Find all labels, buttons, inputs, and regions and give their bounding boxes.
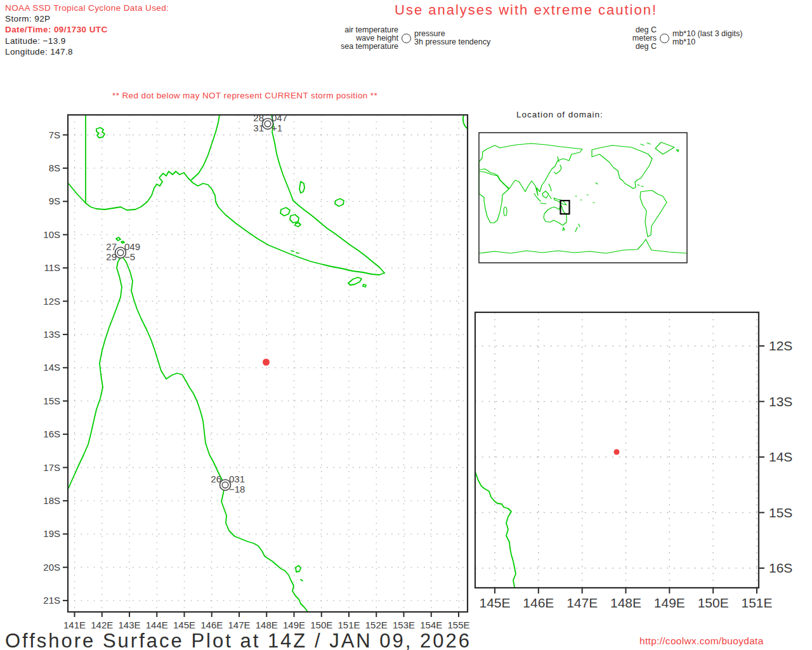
queensland-east-coast bbox=[122, 256, 308, 612]
x-axis-tick-label: 143E bbox=[118, 620, 140, 630]
y-axis-tick-label: 21S bbox=[43, 595, 60, 606]
main-map-axes: 141E142E143E144E145E146E147E148E149E150E… bbox=[43, 129, 469, 631]
station-pressure: 047 bbox=[272, 112, 287, 123]
x-axis-tick-label: 141E bbox=[63, 620, 86, 630]
world-arctic-islands bbox=[641, 143, 650, 145]
island-ne bbox=[299, 182, 304, 193]
world-eurasia bbox=[479, 143, 582, 196]
y-axis-tick-label: 10S bbox=[43, 229, 60, 240]
y-axis-tick-label: 8S bbox=[49, 162, 60, 173]
source-url: http://coolwx.com/buoydata bbox=[639, 635, 764, 647]
x-axis-tick-label: 145E bbox=[173, 620, 195, 630]
legend-unit-meters: meters bbox=[627, 34, 657, 43]
station-pressure: 049 bbox=[124, 241, 140, 252]
world-tasmania bbox=[563, 227, 565, 230]
world-australia bbox=[544, 206, 566, 225]
station-legend-variables: air temperature wave height sea temperat… bbox=[329, 26, 490, 51]
station-sea-temperature: 29 bbox=[106, 251, 117, 262]
x-axis-tick-label: 146E bbox=[200, 620, 223, 630]
info-line-longitude: Longitude: 147.8 bbox=[5, 46, 169, 57]
y-axis-tick-label: 16S bbox=[43, 428, 60, 439]
y-axis-tick-label: 18S bbox=[43, 495, 60, 506]
y-axis-tick-label: 9S bbox=[49, 196, 60, 206]
station-sea-temperature: 31 bbox=[253, 123, 264, 133]
station-air-temperature: 27 bbox=[106, 241, 117, 252]
plot-title: Offshore Surface Plot at 14Z / JAN 09, 2… bbox=[5, 630, 471, 650]
island-oval bbox=[335, 199, 344, 206]
weather-plot-page: 141E142E143E144E145E146E147E148E149E150E… bbox=[0, 0, 812, 650]
caution-banner: Use analyses with extreme caution! bbox=[395, 2, 657, 18]
world-greenland bbox=[655, 142, 674, 154]
legend-unit-degc-air: deg C bbox=[627, 26, 657, 34]
world-map-coastlines bbox=[479, 142, 687, 253]
world-north-america bbox=[592, 145, 652, 189]
x-axis-tick-label: 151E bbox=[337, 620, 360, 630]
y-axis-tick-label: 13S bbox=[43, 329, 60, 340]
legend-unit-mb: mb*10 bbox=[672, 38, 742, 46]
storm-position-dot-inset bbox=[614, 449, 620, 455]
station-circle-icon bbox=[402, 34, 411, 43]
y-axis-tick-label: 14S bbox=[43, 362, 60, 373]
queensland-west-coast bbox=[68, 256, 122, 489]
x-axis-tick-label: 142E bbox=[91, 620, 113, 630]
station-pressure-tendency: −18 bbox=[229, 484, 245, 494]
storm-position-dot bbox=[263, 359, 270, 366]
y-axis-tick-label: 11S bbox=[44, 262, 60, 273]
inset-y-axis-tick-label: 13S bbox=[769, 394, 792, 409]
station-circle-icon bbox=[660, 34, 669, 43]
inset-x-axis-tick-label: 147E bbox=[566, 595, 598, 610]
zoom-inset-coastline bbox=[475, 472, 516, 587]
world-indonesia bbox=[534, 184, 551, 204]
x-axis-tick-label: 148E bbox=[256, 620, 278, 630]
station-air-temperature: 28 bbox=[253, 112, 264, 123]
y-axis-tick-label: 17S bbox=[43, 462, 60, 473]
islands-hinchinbrook bbox=[296, 566, 303, 581]
legend-wave-height: wave height bbox=[329, 34, 398, 43]
x-axis-tick-label: 155E bbox=[447, 620, 469, 630]
station-air-temperature: 26 bbox=[211, 474, 221, 484]
islands-torres-strait bbox=[116, 237, 124, 243]
info-line-storm: Storm: 92P bbox=[5, 13, 169, 24]
red-dot-warning: ** Red dot below may NOT represent CURRE… bbox=[112, 91, 377, 100]
x-axis-tick-label: 149E bbox=[283, 620, 305, 630]
legend-air-temperature: air temperature bbox=[329, 26, 398, 34]
info-line-datetime: Date/Time: 09/1730 UTC bbox=[5, 24, 169, 35]
inset-x-axis-tick-label: 149E bbox=[654, 595, 685, 610]
world-new-zealand bbox=[575, 224, 580, 232]
inset-x-axis-tick-label: 148E bbox=[610, 595, 641, 610]
x-axis-tick-label: 147E bbox=[228, 620, 250, 630]
y-axis-tick-label: 19S bbox=[43, 528, 60, 539]
inset-x-axis-tick-label: 150E bbox=[698, 595, 729, 610]
inset-y-axis-tick-label: 12S bbox=[769, 338, 792, 353]
world-south-america bbox=[640, 190, 667, 237]
y-axis-tick-label: 15S bbox=[43, 395, 60, 406]
world-antarctica bbox=[479, 239, 687, 253]
legend-pressure-tendency: 3h pressure tendency bbox=[414, 38, 490, 46]
world-iceland bbox=[676, 150, 679, 152]
x-axis-tick-label: 153E bbox=[393, 620, 415, 630]
world-map-frame bbox=[479, 133, 687, 263]
x-axis-tick-label: 150E bbox=[310, 620, 332, 630]
inset-x-axis-tick-label: 146E bbox=[523, 595, 554, 610]
zoom-inset-axes: 145E146E147E148E149E150E151E12S13S14S15S… bbox=[479, 338, 792, 610]
station-pressure-tendency: −5 bbox=[124, 251, 135, 262]
islands-tiny-marks bbox=[291, 251, 299, 253]
inset-y-axis-tick-label: 14S bbox=[769, 449, 792, 464]
world-pacific-islands bbox=[575, 183, 643, 202]
y-axis-tick-label: 20S bbox=[43, 562, 60, 573]
indonesia-coast bbox=[68, 183, 86, 203]
y-axis-tick-label: 7S bbox=[49, 129, 60, 140]
inset-y-axis-tick-label: 15S bbox=[769, 505, 792, 520]
legend-unit-degc-sea: deg C bbox=[627, 43, 657, 51]
world-madagascar bbox=[504, 207, 507, 216]
x-axis-tick-label: 154E bbox=[420, 620, 442, 630]
x-axis-tick-label: 152E bbox=[365, 620, 388, 630]
islands-louisiade bbox=[348, 277, 366, 287]
island-group-dentrecasteaux bbox=[280, 208, 301, 227]
inset-x-axis-tick-label: 145E bbox=[479, 595, 510, 610]
x-axis-tick-label: 144E bbox=[146, 620, 168, 630]
island-west-png bbox=[96, 128, 105, 138]
storm-info-block: NOAA SSD Tropical Cyclone Data Used: Sto… bbox=[5, 3, 169, 57]
station-pressure-tendency: +1 bbox=[272, 123, 282, 133]
station-plots: 2804731+12704929−526031−18 bbox=[106, 112, 287, 494]
